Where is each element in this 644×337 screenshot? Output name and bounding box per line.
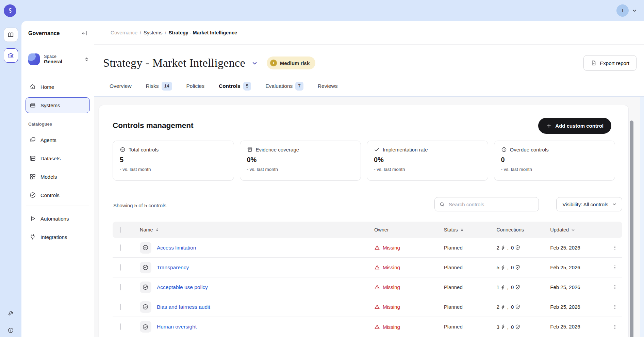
- search-box[interactable]: [434, 197, 539, 211]
- stat-card: Overdue controls 0 - vs. last month: [494, 141, 615, 181]
- rail-governance-button[interactable]: [4, 48, 18, 63]
- wrench-icon[interactable]: [7, 309, 14, 316]
- sidebar-item-automations[interactable]: Automations: [26, 211, 90, 226]
- search-input[interactable]: [448, 201, 534, 208]
- column-header-updated[interactable]: Updated: [550, 227, 608, 232]
- stat-delta: - vs. last month: [374, 167, 481, 172]
- sidebar-item-label: Integrations: [40, 234, 67, 240]
- evaluation-connections-count: 2: [497, 304, 499, 310]
- tab[interactable]: Controls 5: [219, 82, 251, 98]
- row-actions-menu[interactable]: [612, 264, 618, 270]
- info-icon[interactable]: [7, 327, 14, 334]
- column-header-connections[interactable]: Connections: [497, 227, 524, 232]
- control-name-link[interactable]: Bias and fairness audit: [157, 304, 210, 310]
- row-checkbox[interactable]: [120, 323, 121, 330]
- owner-missing-label: Missing: [383, 264, 400, 270]
- control-name-link[interactable]: Transparency: [157, 264, 189, 271]
- circle-check-icon: [142, 244, 149, 251]
- visibility-filter-dropdown[interactable]: Visibility: All controls: [556, 197, 622, 211]
- control-name-link[interactable]: Human oversight: [157, 324, 197, 330]
- tab-label: Policies: [186, 83, 204, 90]
- stat-value: 0%: [374, 156, 481, 164]
- bank-icon: [7, 52, 14, 59]
- shield-check-icon: [515, 245, 521, 251]
- column-header-name[interactable]: Name: [140, 227, 159, 232]
- stat-value: 0: [501, 156, 608, 164]
- tab[interactable]: Reviews: [318, 82, 338, 98]
- table-row: Acceptable use policy Missing Planned 1 …: [113, 277, 622, 297]
- table-header: Name Owner Status: [113, 222, 622, 238]
- sidebar-item-models[interactable]: Models: [26, 169, 90, 184]
- export-report-button[interactable]: Export report: [583, 55, 637, 71]
- updated-date: Feb 25, 2026: [550, 284, 580, 290]
- stat-value: 5: [120, 156, 227, 164]
- sidebar-item-systems[interactable]: Systems: [26, 97, 90, 113]
- column-header-owner[interactable]: Owner: [374, 227, 389, 232]
- export-report-label: Export report: [600, 60, 629, 66]
- breadcrumb-governance[interactable]: Governance: [111, 30, 137, 35]
- tab-count: 7: [295, 82, 303, 91]
- column-header-status[interactable]: Status: [444, 227, 497, 232]
- alert-triangle-icon: [374, 324, 380, 330]
- row-checkbox[interactable]: [120, 264, 121, 271]
- plus-icon: [546, 123, 552, 129]
- select-all-checkbox[interactable]: [120, 227, 121, 233]
- controls-table: Name Owner Status: [113, 222, 622, 337]
- row-checkbox[interactable]: [120, 244, 121, 251]
- rail-library-button[interactable]: [4, 28, 18, 42]
- sidebar-item-agents[interactable]: Agents: [26, 132, 90, 148]
- sidebar-header: Governance: [21, 21, 94, 36]
- chevron-down-icon[interactable]: [632, 8, 637, 13]
- page-gutter: [640, 97, 644, 337]
- control-type-chip: [140, 242, 151, 254]
- alert-triangle-icon: [374, 264, 380, 270]
- sidebar-item-label: Datasets: [40, 156, 61, 161]
- tab[interactable]: Risks 14: [146, 82, 172, 98]
- tab[interactable]: Overview: [110, 82, 132, 98]
- tab[interactable]: Policies: [186, 82, 204, 98]
- rail-bottom: [7, 309, 14, 337]
- breadcrumb-systems[interactable]: Systems: [144, 30, 163, 35]
- tab-count: 5: [243, 82, 251, 91]
- collapse-sidebar-icon[interactable]: [81, 30, 88, 36]
- account-menu[interactable]: I: [616, 4, 637, 17]
- sidebar-item-controls[interactable]: Controls: [26, 187, 90, 203]
- vertical-scrollbar[interactable]: [630, 121, 633, 337]
- space-selector[interactable]: Space General: [21, 36, 94, 74]
- tab-label: Evaluations: [265, 83, 293, 90]
- status-label: Planned: [444, 304, 463, 310]
- alert-triangle-icon: [374, 284, 380, 290]
- title-row: Strategy - Market Intelligence Medium ri…: [103, 55, 637, 71]
- row-checkbox[interactable]: [120, 284, 121, 290]
- row-actions-menu[interactable]: [612, 284, 618, 290]
- sidebar-item-datasets[interactable]: Datasets: [26, 150, 90, 166]
- tab[interactable]: Evaluations 7: [265, 82, 303, 98]
- stat-delta: - vs. last month: [501, 167, 608, 172]
- stat-label: Implementation rate: [383, 147, 428, 153]
- evaluation-connections-count: 1: [497, 284, 499, 290]
- app-logo[interactable]: [4, 4, 16, 17]
- sidebar-item-integrations[interactable]: Integrations: [26, 229, 90, 245]
- divider: [94, 44, 644, 45]
- add-custom-control-button[interactable]: Add custom control: [538, 118, 611, 134]
- bolt-icon: [500, 245, 506, 251]
- row-actions-menu[interactable]: [612, 245, 618, 251]
- control-name-link[interactable]: Acceptable use policy: [157, 284, 208, 290]
- avatar[interactable]: I: [616, 4, 629, 17]
- stat-label: Overdue controls: [510, 147, 549, 153]
- content-area: Controls management Add custom control T…: [94, 97, 644, 337]
- owner-missing-label: Missing: [383, 304, 400, 310]
- risk-badge-label: Medium risk: [280, 60, 310, 66]
- owner-missing-label: Missing: [383, 324, 400, 330]
- row-actions-menu[interactable]: [612, 324, 618, 330]
- chevron-down-icon[interactable]: [251, 60, 258, 66]
- chevrons-up-down-icon[interactable]: [84, 57, 89, 62]
- control-name-link[interactable]: Access limitation: [157, 245, 196, 251]
- sidebar-item-home[interactable]: Home: [26, 79, 90, 95]
- owner-missing-label: Missing: [383, 245, 400, 251]
- row-actions-menu[interactable]: [612, 304, 618, 310]
- models-icon: [29, 173, 36, 180]
- stat-card: Evidence coverage 0% - vs. last month: [240, 141, 361, 181]
- row-checkbox[interactable]: [120, 304, 121, 310]
- chevron-down-icon: [571, 228, 575, 232]
